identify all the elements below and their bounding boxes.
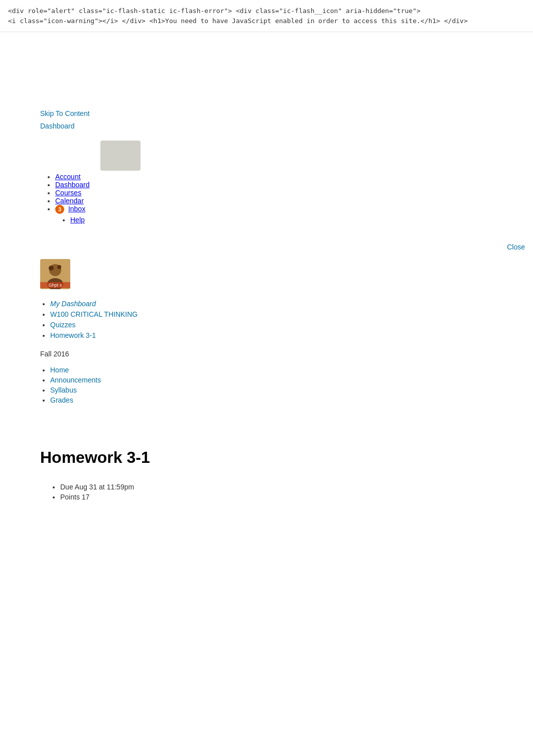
- course-nav-item-quizzes[interactable]: Quizzes: [50, 321, 483, 329]
- nav-link-dashboard[interactable]: Dashboard: [55, 181, 90, 189]
- dashboard-link[interactable]: Dashboard: [40, 120, 493, 133]
- close-section: Close: [0, 239, 533, 255]
- course-nav-list: My Dashboard W100 CRITICAL THINKING Quiz…: [0, 293, 533, 346]
- assignment-title: Homework 3-1: [40, 448, 493, 467]
- sub-nav-link-announcements[interactable]: Announcements: [50, 376, 101, 384]
- sub-nav-list: Home Announcements Syllabus Grades: [0, 362, 533, 408]
- nav-link-account[interactable]: Account: [55, 173, 81, 181]
- svg-point-3: [49, 266, 54, 271]
- user-avatar-area: Ghpt s: [0, 255, 533, 293]
- nav-item-dashboard[interactable]: Dashboard: [55, 181, 493, 189]
- avatar-label: Ghpt s: [40, 282, 70, 288]
- user-avatar: Ghpt s: [40, 259, 70, 289]
- assignment-meta-list: Due Aug 31 at 11:59pm Points 17: [60, 483, 493, 511]
- close-button[interactable]: Close: [507, 243, 525, 251]
- course-link-homework[interactable]: Homework 3-1: [50, 331, 96, 339]
- course-nav-item-my-dashboard[interactable]: My Dashboard: [50, 300, 483, 308]
- sub-nav-link-home[interactable]: Home: [50, 366, 69, 374]
- global-nav-list: Account Dashboard Courses Calendar 3 Inb…: [55, 141, 493, 224]
- skip-to-content-link[interactable]: Skip To Content: [40, 107, 493, 120]
- inbox-badge: 3: [55, 205, 64, 214]
- nav-item-courses[interactable]: Courses: [55, 189, 493, 197]
- sub-nav-link-syllabus[interactable]: Syllabus: [50, 386, 77, 394]
- assignment-due-date: Due Aug 31 at 11:59pm: [60, 483, 493, 491]
- main-content: Homework 3-1 Due Aug 31 at 11:59pm Point…: [0, 408, 533, 531]
- flash-banner: <div role="alert" class="ic-flash-static…: [0, 0, 533, 32]
- nav-item-inbox[interactable]: 3 Inbox Help: [55, 205, 493, 224]
- inbox-sub-nav: Help: [70, 216, 493, 224]
- nav-item-account-avatar: Account: [55, 141, 493, 181]
- course-link-my-dashboard[interactable]: My Dashboard: [50, 300, 96, 308]
- course-link-quizzes[interactable]: Quizzes: [50, 321, 76, 329]
- sub-nav-item-grades[interactable]: Grades: [50, 396, 483, 404]
- sub-nav-link-grades[interactable]: Grades: [50, 396, 73, 404]
- course-nav-item-w100[interactable]: W100 CRITICAL THINKING: [50, 310, 483, 318]
- season-label: Fall 2016: [0, 346, 533, 362]
- sub-nav-item-syllabus[interactable]: Syllabus: [50, 386, 483, 394]
- flash-code: <div role="alert" class="ic-flash-static…: [8, 7, 468, 25]
- nav-item-help[interactable]: Help: [70, 216, 493, 224]
- nav-link-courses[interactable]: Courses: [55, 189, 81, 197]
- sub-nav-item-announcements[interactable]: Announcements: [50, 376, 483, 384]
- nav-item-calendar[interactable]: Calendar: [55, 197, 493, 205]
- nav-link-help[interactable]: Help: [70, 216, 85, 224]
- top-nav-area: Skip To Content Dashboard: [0, 32, 533, 141]
- sub-nav-item-home[interactable]: Home: [50, 366, 483, 374]
- course-link-w100[interactable]: W100 CRITICAL THINKING: [50, 310, 138, 318]
- account-avatar: [100, 141, 141, 171]
- course-nav-item-homework[interactable]: Homework 3-1: [50, 331, 483, 339]
- nav-link-calendar[interactable]: Calendar: [55, 197, 84, 205]
- svg-point-4: [57, 265, 61, 269]
- nav-link-inbox[interactable]: Inbox: [68, 205, 85, 213]
- assignment-points: Points 17: [60, 493, 493, 501]
